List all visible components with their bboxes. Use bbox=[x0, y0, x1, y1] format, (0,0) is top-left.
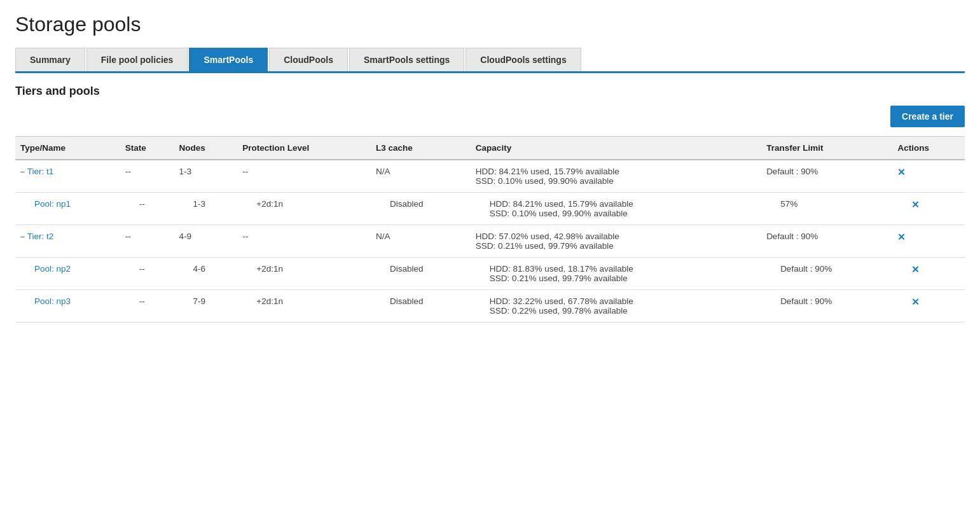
col-transfer-limit: Transfer Limit bbox=[761, 137, 892, 160]
cell-state: -- bbox=[120, 290, 174, 323]
capacity-line1: HDD: 32.22% used, 67.78% available bbox=[490, 296, 756, 306]
cell-transfer-limit: Default : 90% bbox=[761, 160, 892, 193]
col-type-name: Type/Name bbox=[15, 137, 120, 160]
cell-actions: ✕ bbox=[892, 290, 965, 323]
cell-l3-cache: N/A bbox=[371, 160, 471, 193]
tiers-pools-table: Type/Name State Nodes Protection Level L… bbox=[15, 136, 965, 323]
cell-type-name: Pool: np2 bbox=[15, 258, 120, 290]
cell-actions: ✕ bbox=[892, 258, 965, 290]
capacity-line2: SSD: 0.21% used, 99.79% available bbox=[476, 241, 756, 251]
cell-protection-level: -- bbox=[237, 225, 371, 258]
cell-transfer-limit: Default : 90% bbox=[761, 290, 892, 323]
col-protection-level: Protection Level bbox=[237, 137, 371, 160]
cell-nodes: 4-9 bbox=[174, 225, 238, 258]
capacity-line2: SSD: 0.21% used, 99.79% available bbox=[490, 274, 756, 283]
cell-state: -- bbox=[120, 193, 174, 225]
cell-protection-level: +2d:1n bbox=[237, 258, 371, 290]
cell-state: -- bbox=[120, 160, 174, 193]
col-actions: Actions bbox=[892, 137, 965, 160]
collapse-icon[interactable]: – bbox=[20, 167, 25, 176]
tab-summary[interactable]: Summary bbox=[15, 48, 85, 71]
cell-nodes: 1-3 bbox=[174, 160, 238, 193]
cell-protection-level: +2d:1n bbox=[237, 193, 371, 225]
delete-icon[interactable]: ✕ bbox=[897, 167, 906, 177]
cell-protection-level: -- bbox=[237, 160, 371, 193]
tier-name-link[interactable]: Tier: t1 bbox=[27, 167, 54, 176]
capacity-line2: SSD: 0.10% used, 99.90% available bbox=[476, 176, 756, 186]
cell-l3-cache: Disabled bbox=[371, 193, 471, 225]
tab-bar: Summary File pool policies SmartPools Cl… bbox=[15, 48, 965, 73]
delete-icon[interactable]: ✕ bbox=[911, 296, 920, 307]
capacity-line2: SSD: 0.22% used, 99.78% available bbox=[490, 306, 756, 316]
cell-protection-level: +2d:1n bbox=[237, 290, 371, 323]
cell-transfer-limit: Default : 90% bbox=[761, 258, 892, 290]
cell-capacity: HDD: 32.22% used, 67.78% availableSSD: 0… bbox=[471, 290, 761, 323]
col-capacity: Capacity bbox=[471, 137, 761, 160]
cell-actions: ✕ bbox=[892, 225, 965, 258]
capacity-line1: HDD: 84.21% used, 15.79% available bbox=[476, 167, 756, 176]
table-body: –Tier: t1--1-3--N/AHDD: 84.21% used, 15.… bbox=[15, 160, 965, 323]
cell-capacity: HDD: 57.02% used, 42.98% availableSSD: 0… bbox=[471, 225, 761, 258]
cell-state: -- bbox=[120, 225, 174, 258]
cell-actions: ✕ bbox=[892, 193, 965, 225]
cell-type-name: –Tier: t2 bbox=[15, 225, 120, 258]
cell-type-name: Pool: np1 bbox=[15, 193, 120, 225]
tab-smartpools-settings[interactable]: SmartPools settings bbox=[349, 48, 464, 71]
delete-icon[interactable]: ✕ bbox=[911, 264, 920, 275]
delete-icon[interactable]: ✕ bbox=[911, 199, 920, 210]
cell-type-name: –Tier: t1 bbox=[15, 160, 120, 193]
cell-transfer-limit: Default : 90% bbox=[761, 225, 892, 258]
pool-name-link[interactable]: Pool: np2 bbox=[34, 264, 71, 274]
capacity-line1: HDD: 57.02% used, 42.98% available bbox=[476, 232, 756, 241]
tab-cloudpools[interactable]: CloudPools bbox=[269, 48, 348, 71]
cell-type-name: Pool: np3 bbox=[15, 290, 120, 323]
collapse-icon[interactable]: – bbox=[20, 232, 25, 241]
col-state: State bbox=[120, 137, 174, 160]
create-tier-button[interactable]: Create a tier bbox=[890, 106, 965, 127]
cell-transfer-limit: 57% bbox=[761, 193, 892, 225]
tab-file-pool-policies[interactable]: File pool policies bbox=[86, 48, 188, 71]
tab-cloudpools-settings[interactable]: CloudPools settings bbox=[466, 48, 581, 71]
cell-capacity: HDD: 84.21% used, 15.79% availableSSD: 0… bbox=[471, 193, 761, 225]
cell-nodes: 4-6 bbox=[174, 258, 238, 290]
cell-nodes: 1-3 bbox=[174, 193, 238, 225]
cell-l3-cache: Disabled bbox=[371, 290, 471, 323]
capacity-line2: SSD: 0.10% used, 99.90% available bbox=[490, 209, 756, 218]
section-title: Tiers and pools bbox=[15, 85, 965, 98]
tab-smartpools[interactable]: SmartPools bbox=[189, 48, 268, 71]
pool-name-link[interactable]: Pool: np3 bbox=[34, 296, 71, 306]
pool-name-link[interactable]: Pool: np1 bbox=[34, 199, 71, 209]
cell-capacity: HDD: 81.83% used, 18.17% availableSSD: 0… bbox=[471, 258, 761, 290]
cell-nodes: 7-9 bbox=[174, 290, 238, 323]
cell-capacity: HDD: 84.21% used, 15.79% availableSSD: 0… bbox=[471, 160, 761, 193]
col-l3-cache: L3 cache bbox=[371, 137, 471, 160]
cell-l3-cache: Disabled bbox=[371, 258, 471, 290]
cell-l3-cache: N/A bbox=[371, 225, 471, 258]
delete-icon[interactable]: ✕ bbox=[897, 232, 906, 242]
capacity-line1: HDD: 81.83% used, 18.17% available bbox=[490, 264, 756, 274]
cell-state: -- bbox=[120, 258, 174, 290]
table-header: Type/Name State Nodes Protection Level L… bbox=[15, 137, 965, 160]
page-title: Storage pools bbox=[15, 13, 965, 36]
capacity-line1: HDD: 84.21% used, 15.79% available bbox=[490, 199, 756, 209]
col-nodes: Nodes bbox=[174, 137, 238, 160]
cell-actions: ✕ bbox=[892, 160, 965, 193]
toolbar: Create a tier bbox=[15, 106, 965, 127]
tier-name-link[interactable]: Tier: t2 bbox=[27, 232, 54, 241]
